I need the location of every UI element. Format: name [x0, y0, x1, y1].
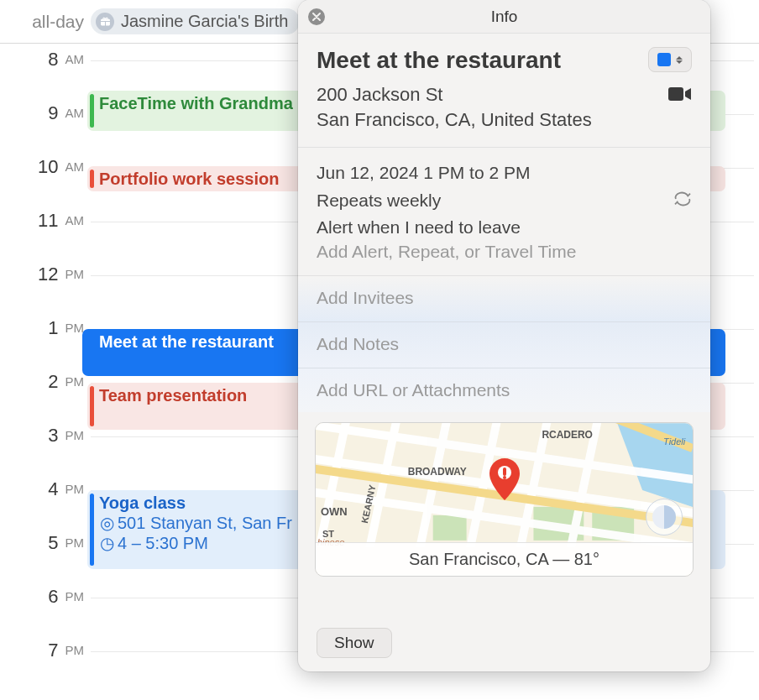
- event-accent-bar: [90, 94, 94, 128]
- all-day-label: all-day: [24, 12, 84, 32]
- hour-label-1pm: 1 PM: [0, 317, 84, 339]
- event-accent-bar: [90, 494, 94, 566]
- add-alert-placeholder[interactable]: Add Alert, Repeat, or Travel Time: [317, 242, 692, 262]
- notes-section[interactable]: Add Notes: [298, 322, 710, 368]
- event-location-field[interactable]: 200 Jackson St San Francisco, CA, United…: [317, 82, 668, 132]
- popover-header: Info: [298, 0, 710, 34]
- hour-label-2pm: 2 PM: [0, 371, 84, 393]
- hour-label-6pm: 6 PM: [0, 586, 84, 608]
- map-weather-footer: San Francisco, CA — 81°: [316, 542, 693, 576]
- show-button[interactable]: Show: [317, 628, 392, 658]
- add-notes-placeholder: Add Notes: [317, 334, 692, 354]
- event-address-line2: San Francisco, CA, United States: [317, 107, 668, 133]
- compass-icon: [652, 505, 676, 529]
- location-map[interactable]: BROADWAY KEARNY RCADERO OWN ST Tideli hi…: [315, 422, 694, 577]
- invitees-section[interactable]: Add Invitees: [298, 276, 710, 322]
- video-call-button[interactable]: [668, 82, 692, 107]
- hour-label-11am: 11 AM: [0, 210, 84, 232]
- hour-label-12pm: 12 PM: [0, 264, 84, 285]
- svg-text:BROADWAY: BROADWAY: [408, 466, 467, 478]
- svg-text:Tideli: Tideli: [663, 436, 686, 447]
- close-icon: [312, 13, 321, 21]
- event-accent-bar: [90, 386, 94, 426]
- event-info-popover: Info Meet at the restaurant 200 Jackson …: [298, 0, 710, 671]
- svg-rect-4: [433, 515, 467, 541]
- all-day-event-title: Jasmine Garcia's Birth: [121, 12, 288, 31]
- all-day-event[interactable]: Jasmine Garcia's Birth: [91, 8, 300, 34]
- event-title-field[interactable]: Meet at the restaurant: [317, 47, 648, 74]
- color-swatch: [657, 53, 671, 66]
- popover-header-title: Info: [491, 8, 518, 26]
- add-url-placeholder: Add URL or Attachments: [317, 380, 692, 400]
- add-invitees-placeholder: Add Invitees: [317, 288, 692, 308]
- event-repeats: Repeats weekly: [317, 187, 441, 215]
- hour-label-8am: 8 AM: [0, 49, 84, 71]
- hour-label-5pm: 5 PM: [0, 532, 84, 554]
- clock-icon: ◷: [99, 533, 114, 553]
- svg-rect-0: [668, 87, 683, 101]
- calendar-color-picker[interactable]: [648, 47, 692, 72]
- hour-label-10am: 10 AM: [0, 156, 84, 178]
- close-button[interactable]: [308, 8, 325, 25]
- url-attachments-section[interactable]: Add URL or Attachments: [298, 368, 710, 412]
- chevron-updown-icon: [676, 56, 683, 64]
- repeat-icon: [673, 188, 692, 214]
- gift-icon: [96, 13, 114, 31]
- hour-label-9am: 9 AM: [0, 102, 84, 124]
- svg-text:RCADERO: RCADERO: [542, 429, 593, 441]
- location-pin-icon: ◎: [99, 513, 114, 533]
- video-icon: [668, 86, 692, 102]
- svg-point-25: [503, 476, 506, 479]
- event-datetime: Jun 12, 2024 1 PM to 2 PM: [317, 159, 692, 187]
- event-address-line1: 200 Jackson St: [317, 82, 668, 107]
- map-mode-button[interactable]: [646, 499, 683, 535]
- datetime-section[interactable]: Jun 12, 2024 1 PM to 2 PM Repeats weekly…: [298, 148, 710, 276]
- hour-label-4pm: 4 PM: [0, 478, 84, 500]
- hour-label-3pm: 3 PM: [0, 425, 84, 447]
- svg-rect-24: [503, 468, 506, 476]
- map-pin-icon: [489, 458, 520, 500]
- hour-label-7pm: 7 PM: [0, 640, 84, 661]
- svg-text:OWN: OWN: [321, 505, 348, 518]
- event-accent-bar: [90, 170, 94, 188]
- event-alert: Alert when I need to leave: [317, 214, 692, 242]
